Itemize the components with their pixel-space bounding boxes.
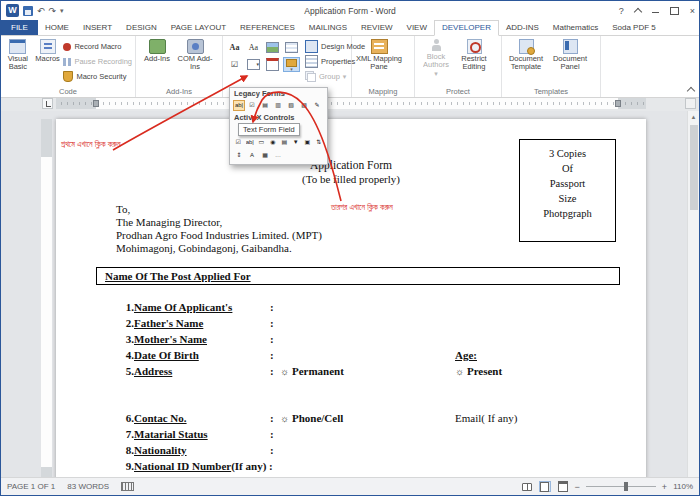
item-label: Nationality	[134, 444, 187, 456]
drop-down-form-field-icon[interactable]: ▤	[259, 100, 271, 111]
activex-controls-header: ActiveX Controls	[230, 112, 327, 123]
reset-form-fields-icon[interactable]: ▨	[298, 100, 310, 111]
ruler-toggle-icon[interactable]	[685, 98, 696, 109]
macro-security-button[interactable]: Macro Security	[63, 70, 132, 83]
ribbon-display-options-icon[interactable]	[633, 7, 641, 15]
xml-mapping-pane-label: XML Mapping Pane	[355, 55, 403, 71]
activex-scrollbar-icon[interactable]: ⇕	[233, 150, 245, 161]
form-field-shading-icon[interactable]: ▧	[285, 100, 297, 111]
zoom-slider[interactable]	[586, 486, 656, 487]
activex-toggle-button-icon[interactable]: ▣	[302, 137, 313, 148]
web-layout-button[interactable]	[557, 481, 569, 492]
minimize-icon[interactable]	[652, 12, 659, 13]
print-layout-button[interactable]	[539, 481, 551, 492]
date-picker-content-control-button[interactable]	[264, 57, 281, 72]
tab-developer[interactable]: DEVELOPER	[434, 20, 499, 36]
vertical-scrollbar[interactable]: ▲	[687, 111, 699, 477]
com-add-ins-button[interactable]: COM Add-Ins	[177, 37, 213, 85]
collapse-ribbon-icon[interactable]	[687, 87, 695, 95]
activex-option-button-icon[interactable]: ◉	[268, 137, 279, 148]
save-icon[interactable]	[23, 6, 33, 16]
zoom-slider-thumb[interactable]	[624, 482, 628, 491]
pause-recording-icon	[63, 58, 71, 66]
page-indicator[interactable]: PAGE 1 OF 1	[7, 482, 55, 491]
check-box-form-field-icon[interactable]: ☑	[246, 100, 258, 111]
visual-basic-button[interactable]: Visual Basic	[4, 37, 32, 85]
tab-design[interactable]: DESIGN	[119, 20, 164, 35]
vertical-ruler[interactable]	[41, 119, 52, 477]
tab-references[interactable]: REFERENCES	[233, 20, 302, 35]
activex-command-button-icon[interactable]: ▭	[256, 137, 267, 148]
activex-textbox-icon[interactable]: ab|	[245, 137, 256, 148]
word-count[interactable]: 83 WORDS	[67, 482, 109, 491]
activex-more-controls-icon[interactable]: …	[272, 150, 284, 161]
restrict-editing-button[interactable]: Restrict Editing	[456, 37, 492, 85]
status-bar: PAGE 1 OF 1 83 WORDS − + 110%	[1, 477, 699, 495]
rich-text-content-control-button[interactable]: Aa	[226, 40, 243, 55]
scroll-up-icon[interactable]: ▲	[688, 111, 699, 123]
legacy-tools-button[interactable]: ▾	[283, 57, 300, 72]
tab-mathematics[interactable]: Mathematics	[546, 20, 605, 35]
picture-content-control-icon	[266, 42, 279, 53]
document-page[interactable]: Application Form (To be filled properly)…	[56, 119, 646, 477]
document-panel-icon	[563, 39, 578, 54]
left-indent-marker[interactable]	[93, 100, 99, 107]
activex-combo-box-icon[interactable]: ▼	[291, 137, 302, 148]
building-block-gallery-button[interactable]	[283, 40, 300, 55]
activex-image-icon[interactable]: ▦	[259, 150, 271, 161]
zoom-in-button[interactable]: +	[662, 482, 667, 492]
check-box-content-control-button[interactable]: ☑	[226, 57, 243, 72]
language-keyboard-icon[interactable]	[121, 482, 134, 491]
document-panel-button[interactable]: Document Panel	[549, 37, 591, 85]
activex-spin-button-icon[interactable]: ⇅	[314, 137, 325, 148]
activex-label-icon[interactable]: A	[246, 150, 258, 161]
macros-button[interactable]: Macros	[34, 37, 62, 85]
plain-text-content-control-button[interactable]: Aa	[245, 40, 262, 55]
tab-mailings[interactable]: MAILINGS	[302, 20, 354, 35]
tab-view[interactable]: VIEW	[400, 20, 434, 35]
tab-page-layout[interactable]: PAGE LAYOUT	[164, 20, 233, 35]
close-icon[interactable]: ×	[690, 6, 695, 16]
tab-insert[interactable]: INSERT	[76, 20, 119, 35]
help-icon[interactable]: ?	[619, 6, 624, 16]
visual-basic-icon	[9, 39, 26, 54]
tab-home[interactable]: HOME	[38, 20, 76, 35]
read-mode-button[interactable]	[521, 481, 533, 492]
legacy-pen-icon[interactable]: ✎	[311, 100, 323, 111]
group-mapping: XML Mapping Pane Mapping	[352, 35, 415, 97]
pause-recording-button[interactable]: Pause Recording	[63, 55, 132, 68]
qat-customize-icon[interactable]: ▾	[60, 7, 64, 15]
zoom-out-button[interactable]: −	[575, 482, 580, 492]
right-indent-marker[interactable]	[615, 100, 621, 107]
tab-review[interactable]: REVIEW	[354, 20, 400, 35]
horizontal-ruler[interactable]	[56, 98, 646, 109]
block-authors-button[interactable]: Block Authors ▾	[418, 37, 454, 85]
word-app-icon[interactable]: W	[6, 4, 19, 17]
tab-soda-pdf[interactable]: Soda PDF 5	[605, 20, 663, 35]
insert-frame-icon[interactable]: ▥	[272, 100, 284, 111]
zoom-level[interactable]: 110%	[673, 482, 693, 491]
item-number: 2.	[114, 317, 134, 329]
undo-icon[interactable]: ↶	[37, 6, 45, 16]
print-layout-icon	[540, 482, 549, 492]
text-form-field-icon[interactable]: ab|	[233, 100, 245, 111]
com-add-ins-icon	[187, 39, 204, 54]
group-templates: Document Template Document Panel Templat…	[502, 35, 601, 97]
activex-checkbox-icon[interactable]: ☑	[233, 137, 244, 148]
tab-file[interactable]: FILE	[1, 20, 38, 35]
restore-icon[interactable]	[670, 7, 679, 15]
record-macro-button[interactable]: Record Macro	[63, 40, 132, 53]
xml-mapping-pane-button[interactable]: XML Mapping Pane	[355, 37, 403, 85]
combo-box-content-control-button[interactable]: ▾	[245, 57, 262, 72]
restrict-editing-label: Restrict Editing	[456, 55, 492, 71]
picture-content-control-button[interactable]	[264, 40, 281, 55]
add-ins-button[interactable]: Add-Ins	[139, 37, 175, 85]
document-template-button[interactable]: Document Template	[505, 37, 547, 85]
activex-list-box-icon[interactable]: ▤	[279, 137, 290, 148]
tab-selector[interactable]	[42, 98, 53, 109]
read-mode-icon	[522, 483, 532, 491]
scrollbar-thumb[interactable]	[690, 125, 698, 210]
redo-icon[interactable]: ↷	[49, 6, 57, 16]
tab-add-ins[interactable]: ADD-INS	[499, 20, 546, 35]
ruler-ticks	[56, 102, 646, 105]
